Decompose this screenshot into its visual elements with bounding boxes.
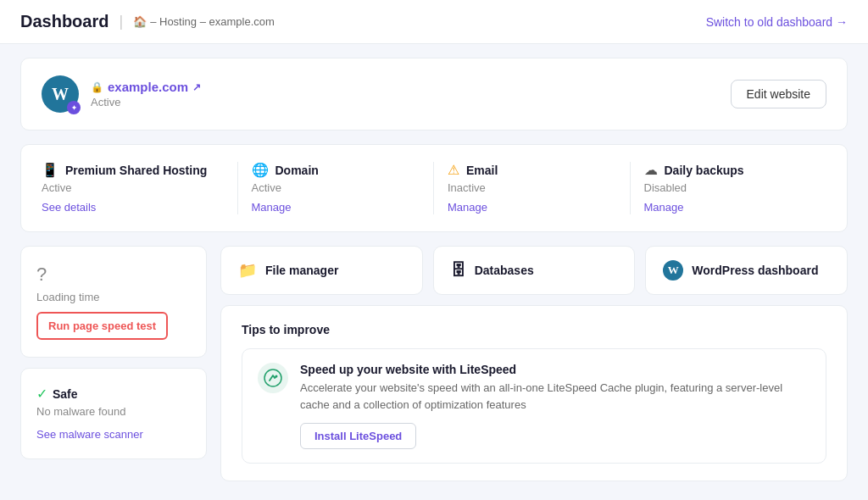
email-status: Inactive: [448, 181, 616, 194]
service-email-header: ⚠ Email: [448, 162, 616, 178]
breadcrumb-path: – Hosting – example.com: [150, 15, 275, 28]
tip-litespeed-desc: Accelerate your website's speed with an …: [300, 380, 810, 413]
external-link-icon: ↗: [192, 81, 201, 93]
run-page-speed-test-button[interactable]: Run page speed test: [36, 312, 168, 340]
wp-logo-letter: W: [52, 85, 69, 104]
wp-logo: W ✦: [42, 75, 79, 113]
backups-manage-link[interactable]: Manage: [644, 201, 684, 214]
wordpress-dashboard-label: WordPress dashboard: [692, 264, 818, 277]
backups-service-name: Daily backups: [665, 164, 744, 177]
tip-litespeed-content: Speed up your website with LiteSpeed Acc…: [300, 363, 810, 449]
litespeed-svg-icon: [264, 369, 282, 387]
wordpress-icon: W: [663, 260, 683, 281]
svg-point-1: [275, 375, 278, 378]
safe-card: ✓ Safe No malware found See malware scan…: [20, 368, 207, 459]
safe-title: Safe: [53, 387, 78, 401]
website-details: 🔒 example.com ↗ Active: [91, 80, 201, 108]
safe-header: ✓ Safe: [36, 386, 191, 402]
email-manage-link[interactable]: Manage: [448, 201, 487, 214]
domain-link[interactable]: example.com: [108, 80, 188, 94]
bottom-section: ? Loading time Run page speed test ✓ Saf…: [20, 246, 848, 481]
service-backups: ☁ Daily backups Disabled Manage: [631, 162, 827, 214]
website-status: Active: [91, 96, 201, 108]
tip-litespeed-title: Speed up your website with LiteSpeed: [300, 363, 810, 376]
home-icon: 🏠: [133, 15, 147, 28]
avatar: W ✦: [42, 75, 79, 113]
service-domain: 🌐 Domain Active Manage: [238, 162, 435, 214]
file-manager-icon: 📁: [238, 261, 257, 280]
header: Dashboard | 🏠 – Hosting – example.com Sw…: [0, 0, 868, 44]
email-warning-icon: ⚠: [448, 162, 459, 178]
left-panel: ? Loading time Run page speed test ✓ Saf…: [20, 246, 207, 481]
malware-scanner-link[interactable]: See malware scanner: [36, 428, 143, 441]
tip-item-litespeed: Speed up your website with LiteSpeed Acc…: [242, 348, 826, 464]
hosting-name: Premium Shared Hosting: [65, 164, 207, 177]
hosting-status: Active: [42, 181, 224, 194]
website-card: W ✦ 🔒 example.com ↗ Active Edit website: [20, 58, 848, 131]
loading-time-card: ? Loading time Run page speed test: [20, 246, 207, 358]
backups-status: Disabled: [644, 181, 814, 194]
file-manager-button[interactable]: 📁 File manager: [220, 246, 423, 295]
header-left: Dashboard | 🏠 – Hosting – example.com: [20, 12, 275, 31]
loading-question-icon: ?: [36, 264, 191, 286]
wordpress-dashboard-button[interactable]: W WordPress dashboard: [645, 246, 848, 295]
safe-check-icon: ✓: [36, 386, 47, 402]
databases-button[interactable]: 🗄 Databases: [433, 246, 636, 295]
services-grid: 📱 Premium Shared Hosting Active See deta…: [42, 162, 826, 214]
header-divider: |: [119, 13, 123, 31]
service-email: ⚠ Email Inactive Manage: [434, 162, 631, 214]
service-hosting: 📱 Premium Shared Hosting Active See deta…: [42, 162, 238, 214]
main-content: W ✦ 🔒 example.com ↗ Active Edit website: [0, 44, 868, 495]
breadcrumb: 🏠 – Hosting – example.com: [133, 15, 275, 28]
litespeed-icon: [258, 363, 288, 393]
tips-card: Tips to improve Speed up your website wi…: [220, 305, 848, 481]
email-service-name: Email: [466, 164, 498, 177]
quick-actions: 📁 File manager 🗄 Databases W WordPress d…: [220, 246, 848, 295]
domain-status: Active: [252, 181, 420, 194]
services-card: 📱 Premium Shared Hosting Active See deta…: [20, 144, 848, 232]
lock-icon: 🔒: [91, 81, 103, 93]
svg-point-0: [264, 369, 281, 386]
domain-manage-link[interactable]: Manage: [252, 201, 292, 214]
domain-service-name: Domain: [275, 164, 319, 177]
switch-dashboard-label: Switch to old dashboard →: [706, 15, 848, 29]
badge-icon: ✦: [71, 104, 77, 112]
domain-text: example.com: [108, 80, 188, 94]
hosting-icon: 📱: [42, 162, 58, 178]
service-domain-header: 🌐 Domain: [252, 162, 420, 178]
right-panel: 📁 File manager 🗄 Databases W WordPress d…: [220, 246, 848, 481]
backups-icon: ☁: [644, 162, 658, 178]
edit-website-button[interactable]: Edit website: [731, 80, 826, 108]
website-info: W ✦ 🔒 example.com ↗ Active: [42, 75, 201, 113]
databases-label: Databases: [475, 264, 534, 277]
switch-dashboard-link[interactable]: Switch to old dashboard →: [706, 15, 848, 29]
safe-desc: No malware found: [36, 405, 191, 418]
page-title: Dashboard: [20, 12, 108, 31]
tips-section-title: Tips to improve: [242, 323, 826, 336]
file-manager-label: File manager: [265, 264, 338, 277]
databases-icon: 🗄: [451, 262, 466, 280]
wp-logo-badge: ✦: [67, 101, 81, 114]
service-hosting-header: 📱 Premium Shared Hosting: [42, 162, 224, 178]
hosting-link[interactable]: See details: [42, 201, 96, 214]
install-litespeed-button[interactable]: Install LiteSpeed: [300, 423, 416, 449]
loading-label: Loading time: [36, 291, 191, 303]
service-backups-header: ☁ Daily backups: [644, 162, 814, 178]
website-domain: 🔒 example.com ↗: [91, 80, 201, 94]
domain-icon: 🌐: [252, 162, 269, 178]
